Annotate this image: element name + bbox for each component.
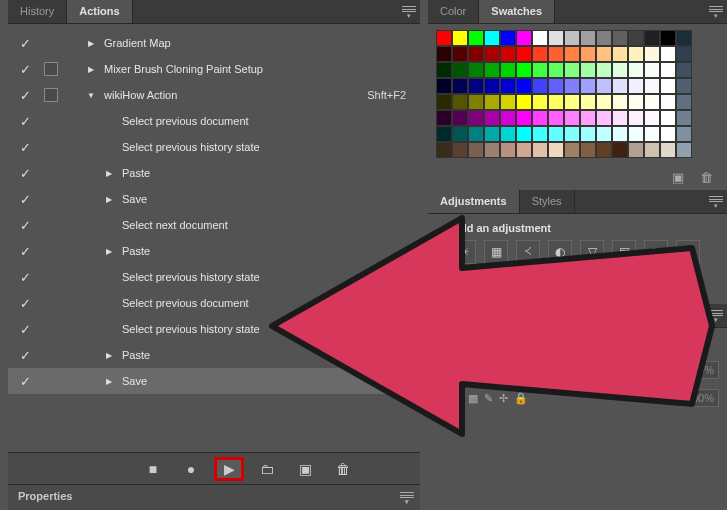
swatch[interactable] — [516, 62, 532, 78]
lock-all-icon[interactable]: 🔒 — [514, 392, 528, 405]
swatch[interactable] — [468, 78, 484, 94]
swatch[interactable] — [548, 126, 564, 142]
swatch[interactable] — [612, 94, 628, 110]
filter-smart-icon[interactable]: ▣ — [551, 336, 561, 349]
swatch[interactable] — [548, 62, 564, 78]
swatch[interactable] — [484, 94, 500, 110]
swatch[interactable] — [564, 94, 580, 110]
swatch[interactable] — [436, 46, 452, 62]
swatch[interactable] — [452, 78, 468, 94]
swatch[interactable] — [628, 142, 644, 158]
lock-pixels-icon[interactable]: ▩ — [468, 392, 478, 405]
swatch[interactable] — [644, 110, 660, 126]
swatch[interactable] — [660, 110, 676, 126]
swatch[interactable] — [500, 30, 516, 46]
swatch[interactable] — [676, 126, 692, 142]
action-row[interactable]: ✓Mixer Brush Cloning Paint Setup — [8, 56, 420, 82]
toggle-check[interactable]: ✓ — [12, 270, 38, 285]
panel-menu-icon[interactable]: ▾ — [709, 6, 723, 18]
swatch[interactable] — [548, 30, 564, 46]
swatch[interactable] — [516, 126, 532, 142]
record-button[interactable]: ● — [176, 457, 206, 481]
expand-triangle[interactable] — [100, 247, 118, 256]
toggle-check[interactable]: ✓ — [12, 374, 38, 389]
lock-position-icon[interactable]: ✢ — [499, 392, 508, 405]
swatch[interactable] — [500, 110, 516, 126]
swatch[interactable] — [612, 30, 628, 46]
action-row[interactable]: ✓Paste — [8, 238, 420, 264]
swatch[interactable] — [436, 94, 452, 110]
tab-layers[interactable]: Layers — [428, 304, 488, 327]
swatch[interactable] — [628, 62, 644, 78]
selective-color-icon[interactable]: ◫ — [644, 272, 668, 296]
swatch[interactable] — [548, 78, 564, 94]
swatch[interactable] — [548, 142, 564, 158]
swatch[interactable] — [676, 46, 692, 62]
opacity-value[interactable]: 100% — [681, 361, 719, 379]
expand-triangle[interactable] — [100, 351, 118, 360]
channel-mixer-icon[interactable]: ⧉ — [452, 272, 476, 296]
play-button[interactable]: ▶ — [214, 457, 244, 481]
swatch[interactable] — [516, 46, 532, 62]
curves-icon[interactable]: ⧼ — [516, 240, 540, 264]
swatch[interactable] — [564, 30, 580, 46]
swatch[interactable] — [468, 142, 484, 158]
toggle-check[interactable]: ✓ — [12, 88, 38, 103]
swatch[interactable] — [468, 62, 484, 78]
filter-adjust-icon[interactable]: ◐ — [508, 336, 518, 349]
swatch[interactable] — [468, 110, 484, 126]
swatch[interactable] — [436, 78, 452, 94]
swatch[interactable] — [644, 142, 660, 158]
swatch[interactable] — [644, 46, 660, 62]
expand-triangle[interactable] — [100, 195, 118, 204]
toggle-check[interactable]: ✓ — [12, 296, 38, 311]
tab-styles[interactable]: Styles — [520, 190, 575, 213]
swatch[interactable] — [468, 30, 484, 46]
swatch[interactable] — [452, 126, 468, 142]
swatch[interactable] — [452, 110, 468, 126]
swatch[interactable] — [436, 62, 452, 78]
swatch[interactable] — [596, 30, 612, 46]
swatch[interactable] — [484, 46, 500, 62]
swatch[interactable] — [532, 78, 548, 94]
swatch[interactable] — [516, 110, 532, 126]
swatch[interactable] — [660, 78, 676, 94]
filter-image-icon[interactable]: ▢ — [492, 336, 502, 349]
swatch[interactable] — [628, 126, 644, 142]
lock-paint-icon[interactable]: ✎ — [484, 392, 493, 405]
swatch[interactable] — [532, 46, 548, 62]
swatch[interactable] — [516, 30, 532, 46]
dialog-toggle[interactable] — [38, 88, 64, 102]
swatch[interactable] — [644, 30, 660, 46]
dialog-toggle[interactable] — [38, 62, 64, 76]
action-row[interactable]: ✓Select previous history state — [8, 316, 420, 342]
tab-paths[interactable]: Paths — [560, 304, 613, 327]
swatch[interactable] — [468, 126, 484, 142]
swatch[interactable] — [612, 62, 628, 78]
swatch[interactable] — [676, 142, 692, 158]
swatch[interactable] — [548, 46, 564, 62]
swatch[interactable] — [548, 94, 564, 110]
swatch[interactable] — [548, 110, 564, 126]
action-row[interactable]: ✓Select previous document — [8, 290, 420, 316]
toggle-check[interactable]: ✓ — [12, 218, 38, 233]
swatch[interactable] — [452, 30, 468, 46]
expand-triangle[interactable] — [82, 65, 100, 74]
hue-icon[interactable]: ▤ — [612, 240, 636, 264]
toggle-check[interactable]: ✓ — [12, 192, 38, 207]
swatch[interactable] — [500, 78, 516, 94]
swatch[interactable] — [644, 78, 660, 94]
swatch[interactable] — [580, 110, 596, 126]
swatch[interactable] — [436, 110, 452, 126]
swatch[interactable] — [580, 46, 596, 62]
panel-menu-icon[interactable]: ▾ — [709, 196, 723, 208]
threshold-icon[interactable]: ◪ — [580, 272, 604, 296]
swatch[interactable] — [484, 62, 500, 78]
swatch[interactable] — [468, 46, 484, 62]
swatch[interactable] — [644, 62, 660, 78]
swatch[interactable] — [532, 30, 548, 46]
action-row[interactable]: ✓Select previous history state — [8, 264, 420, 290]
posterize-icon[interactable]: ▩ — [548, 272, 572, 296]
fill-value[interactable]: 100% — [681, 389, 719, 407]
swatch[interactable] — [484, 126, 500, 142]
